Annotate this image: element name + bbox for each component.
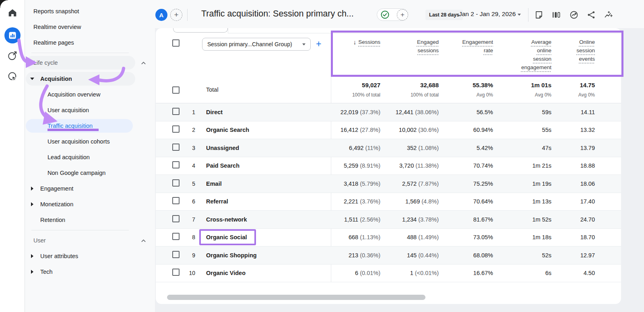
sessions-value: 5,259	[344, 162, 358, 169]
chevron-down-icon	[302, 43, 305, 45]
sidebar-item-realtime-pages[interactable]: Realtime pages	[25, 36, 155, 49]
dimension-selector[interactable]: Session primary...Channel Group)	[202, 38, 311, 51]
row-checkbox[interactable]	[172, 197, 180, 204]
header-divider	[528, 8, 528, 22]
sidebar-section-life-cycle[interactable]: Life cycle	[25, 56, 155, 70]
average-engagement-value: 55s	[542, 127, 551, 133]
sidebar-item-user-acquisition-cohorts[interactable]: User acquisition cohorts	[25, 135, 155, 148]
total-events: 14.75	[580, 82, 595, 88]
share-icon[interactable]	[586, 10, 596, 21]
total-sessions: 59,027	[362, 82, 380, 88]
insights-icon[interactable]	[569, 10, 579, 21]
home-icon[interactable]	[7, 8, 18, 20]
sidebar-item-tech[interactable]: Tech	[25, 265, 155, 279]
row-checkbox[interactable]	[172, 108, 180, 115]
average-engagement-value: 47s	[542, 145, 551, 151]
advertising-icon[interactable]	[7, 71, 18, 83]
engagement-rate-value: 56.5%	[477, 109, 493, 115]
table-row: 7 Cross-network 1,511 (2.56%) 1,234 (3.7…	[156, 211, 621, 229]
sidebar-section-user[interactable]: User	[25, 234, 155, 247]
sessions-value: 3,418	[344, 181, 358, 187]
annotation-box-metric-columns	[331, 31, 623, 77]
table-row: 5 Email 3,418 (5.79%) 2,572 (7.87%) 75.2…	[156, 175, 621, 193]
page-title: Traffic acquisition: Session primary ch.…	[201, 9, 354, 19]
date-range-selector[interactable]: Jan 2 - Jan 29, 2026	[459, 10, 516, 18]
sessions-value: 213	[349, 252, 358, 259]
engaged-sessions-value: 488	[407, 234, 417, 240]
average-engagement-value: 1m 52s	[532, 216, 551, 223]
table-row: 1 Direct 22,019 (37.3%) 12,441 (38.06%) …	[156, 103, 621, 121]
row-number: 8	[185, 234, 195, 240]
row-checkbox[interactable]	[172, 215, 180, 222]
note-icon[interactable]	[534, 10, 544, 21]
chevron-up-icon[interactable]	[141, 60, 146, 67]
events-value: 24.70	[580, 216, 595, 223]
average-engagement-value: 59s	[542, 109, 551, 115]
sidebar-item-user-acquisition[interactable]: User acquisition	[25, 103, 155, 117]
row-checkbox[interactable]	[172, 144, 180, 151]
add-comparison-button[interactable]: +	[170, 9, 182, 21]
events-value: 12.97	[580, 252, 595, 259]
sessions-value: 668	[349, 234, 358, 240]
select-all-checkbox[interactable]	[172, 39, 180, 47]
table-row: 2 Organic Search 16,412 (27.8%) 10,002 (…	[156, 121, 621, 140]
app-rail	[0, 0, 25, 312]
annotation-underline-traffic-acquisition	[47, 129, 99, 131]
row-checkbox[interactable]	[172, 86, 180, 94]
events-value: 17.40	[580, 198, 595, 205]
sidebar-item-acquisition-overview[interactable]: Acquisition overview	[25, 88, 155, 101]
pill-add-button[interactable]: +	[397, 9, 408, 21]
sparkline-insights-icon[interactable]	[604, 10, 613, 21]
row-number: 4	[185, 162, 195, 169]
comparison-icon[interactable]	[551, 10, 561, 21]
row-checkbox[interactable]	[172, 161, 180, 168]
screenshot-corner	[0, 0, 8, 8]
events-value: 18.70	[580, 234, 595, 240]
account-avatar[interactable]: A	[155, 9, 167, 21]
sidebar-item-reports-snapshot[interactable]: Reports snapshot	[25, 4, 155, 18]
table-row: 10 Organic Video 6 (0.01%) 1 (<0.01%) 16…	[156, 265, 621, 283]
sidebar-item-monetization[interactable]: Monetization	[25, 197, 155, 211]
sidebar-item-retention[interactable]: Retention	[25, 213, 155, 227]
engaged-sessions-value: 3,720	[399, 162, 414, 169]
checkmark-icon[interactable]	[381, 10, 389, 19]
sidebar-item-lead-acquisition[interactable]: Lead acquisition	[25, 150, 155, 164]
average-engagement-value: 52s	[542, 252, 551, 259]
row-checkbox[interactable]	[172, 125, 180, 133]
channel-name: Paid Search	[206, 162, 239, 169]
engaged-sessions-value: 352	[407, 145, 417, 151]
add-dimension-button[interactable]: +	[316, 39, 321, 49]
engaged-sessions-value: 12,441	[396, 109, 413, 115]
row-checkbox[interactable]	[172, 269, 180, 276]
sidebar-item-acquisition[interactable]: Acquisition	[25, 72, 155, 86]
row-checkbox[interactable]	[172, 233, 180, 240]
row-number: 7	[185, 216, 195, 223]
average-engagement-value: 1m 13s	[532, 198, 551, 205]
channel-name: Email	[206, 181, 222, 187]
table-row: 6 Referral 2,221 (3.76%) 1,569 (4.8%) 70…	[156, 193, 621, 211]
total-engaged-sessions: 32,688	[420, 82, 439, 88]
sessions-value: 1,511	[344, 216, 358, 223]
row-number: 2	[185, 127, 195, 133]
sidebar-item-user-attributes[interactable]: User attributes	[25, 249, 155, 263]
channel-name: Organic Search	[206, 127, 249, 133]
row-checkbox[interactable]	[172, 251, 180, 258]
row-number: 5	[185, 181, 195, 187]
nav-divider	[31, 230, 129, 230]
engaged-sessions-value: 145	[407, 252, 417, 259]
channel-name: Referral	[206, 198, 228, 205]
horizontal-scrollbar-thumb[interactable]	[167, 295, 425, 300]
reports-icon[interactable]	[4, 27, 21, 43]
explore-icon[interactable]	[7, 50, 18, 62]
channel-name: Organic Shopping	[206, 252, 257, 259]
chevron-down-icon[interactable]	[518, 14, 521, 16]
row-checkbox[interactable]	[172, 179, 180, 187]
engagement-rate-value: 16.67%	[473, 270, 493, 276]
chevron-up-icon[interactable]	[141, 238, 146, 244]
date-range-preset-badge: Last 28 days	[425, 10, 463, 20]
table-row: 8 Organic Social 668 (1.13%) 488 (1.49%)…	[156, 229, 621, 247]
sidebar-item-realtime-overview[interactable]: Realtime overview	[25, 20, 155, 34]
events-value: 13.79	[580, 145, 595, 151]
sidebar-item-engagement[interactable]: Engagement	[25, 182, 155, 195]
sidebar-item-non-google-campaign[interactable]: Non Google campaign	[25, 166, 155, 180]
